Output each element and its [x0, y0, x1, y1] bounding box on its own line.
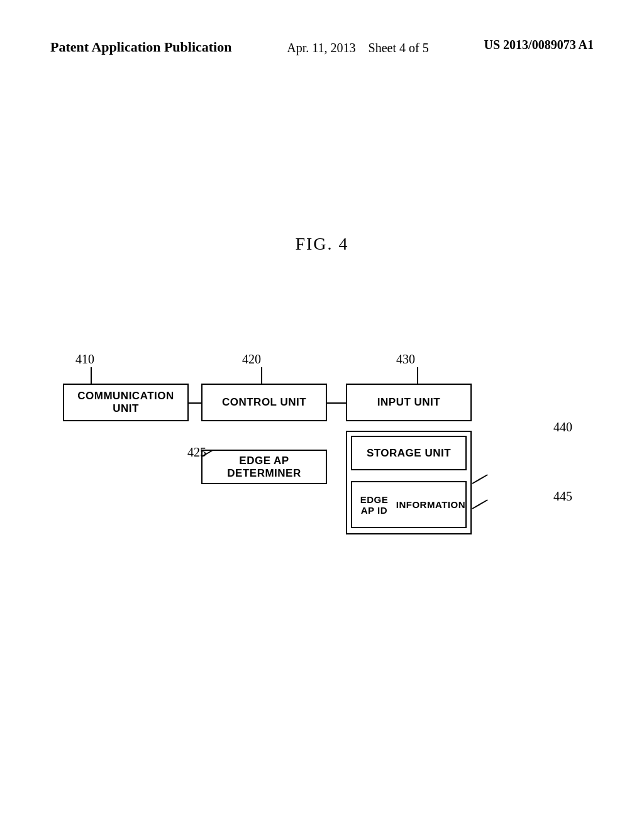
edge-ap-determiner-box: EDGE AP DETERMINER	[201, 450, 327, 484]
ref-440: 440	[553, 420, 572, 434]
patent-number: US 2013/0089073 A1	[484, 38, 594, 52]
ref-410: 410	[75, 352, 94, 367]
tick-445	[472, 499, 488, 509]
edge-ap-id-info-box: EDGE AP IDINFORMATION	[351, 481, 467, 528]
ref-445: 445	[553, 489, 572, 504]
connector-ctrl-input	[327, 402, 346, 404]
control-unit-box: CONTROL UNIT	[201, 384, 327, 421]
communication-unit-box: COMMUNICATION UNIT	[63, 384, 189, 421]
tick-420	[261, 367, 262, 385]
diagram: 410 420 430 425 440 445 COMMUNICATION UN…	[63, 352, 579, 591]
input-unit-box: INPUT UNIT	[346, 384, 472, 421]
tick-410	[91, 367, 92, 385]
tick-430	[417, 367, 418, 385]
connector-comm-ctrl	[189, 402, 201, 404]
publication-label: Patent Application Publication	[50, 38, 231, 57]
figure-label: FIG. 4	[0, 234, 644, 254]
date-sheet-info: Apr. 11, 2013 Sheet 4 of 5	[287, 38, 428, 58]
tick-440	[472, 474, 488, 484]
ref-430: 430	[396, 352, 415, 367]
ref-420: 420	[242, 352, 261, 367]
storage-unit-box: STORAGE UNIT	[351, 436, 467, 470]
